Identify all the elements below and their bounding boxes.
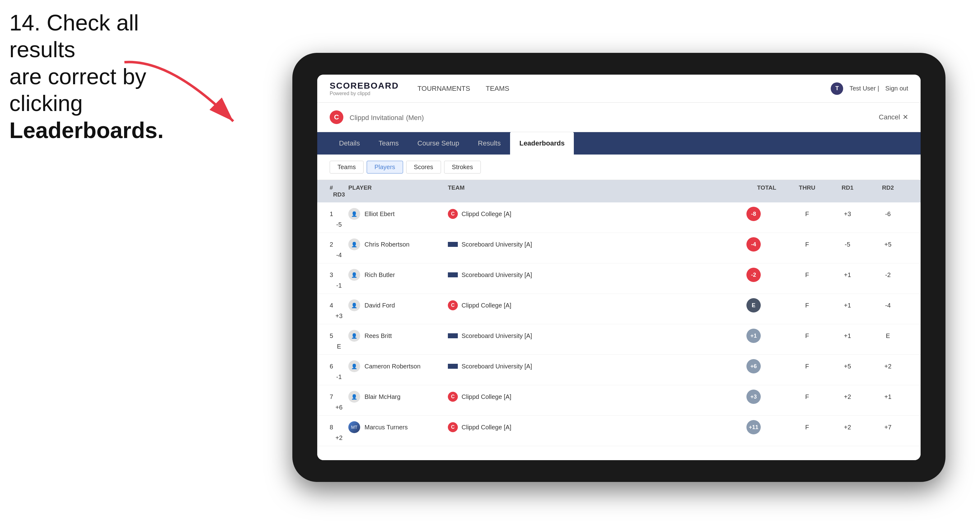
team-cell: C Clippd College [A] [448, 422, 572, 432]
rd2: -6 [868, 211, 908, 217]
rd1: +5 [827, 363, 868, 370]
table-row: 2 👤 Chris Robertson Scoreboard Universit… [317, 233, 921, 264]
nav-tournaments[interactable]: TOURNAMENTS [417, 81, 470, 96]
table-row: 6 👤 Cameron Robertson Scoreboard Univers… [317, 355, 921, 385]
col-player: PLAYER [348, 184, 448, 191]
player-name: Blair McHarg [364, 393, 401, 400]
team-icon: C [448, 209, 458, 219]
total-cell: -8 [746, 207, 787, 221]
total-cell: E [746, 298, 787, 313]
col-thru: THRU [787, 184, 827, 191]
rank: 7 [330, 393, 348, 400]
tournament-title-area: C Clippd Invitational (Men) [330, 110, 424, 124]
rd3: E [330, 343, 348, 350]
tab-results[interactable]: Results [469, 132, 510, 154]
filter-teams[interactable]: Teams [330, 161, 364, 173]
team-cell: Scoreboard University [A] [448, 241, 572, 248]
rank: 2 [330, 241, 348, 248]
rd1: +1 [827, 271, 868, 279]
col-team: TEAM [448, 184, 572, 191]
leaderboard-table: # PLAYER TEAM TOTAL THRU RD1 RD2 RD3 1 👤… [317, 180, 921, 460]
table-row: 4 👤 David Ford C Clippd College [A] E F … [317, 294, 921, 324]
player-cell: 👤 Rich Butler [348, 269, 448, 281]
team-cell: C Clippd College [A] [448, 392, 572, 402]
tablet-device: SCOREBOARD Powered by clippd TOURNAMENTS… [292, 53, 945, 482]
rank: 1 [330, 211, 348, 217]
player-cell: 👤 Blair McHarg [348, 391, 448, 403]
avatar: 👤 [348, 208, 360, 220]
tab-details[interactable]: Details [330, 132, 369, 154]
total-cell: +1 [746, 329, 787, 343]
avatar: 👤 [348, 269, 360, 281]
total-cell: -4 [746, 237, 787, 252]
thru: F [787, 363, 827, 370]
rd2: +2 [868, 363, 908, 370]
team-name: Scoreboard University [A] [461, 271, 532, 279]
logo-sub: Powered by clippd [330, 91, 399, 96]
rd3: -5 [330, 221, 348, 228]
thru: F [787, 424, 827, 431]
rd2: +7 [868, 424, 908, 431]
logo-text: SCOREBOARD [330, 81, 399, 91]
rd2: E [868, 332, 908, 340]
rd3: +6 [330, 404, 348, 411]
team-icon [448, 242, 458, 247]
rd2: +1 [868, 393, 908, 400]
player-name: Rees Britt [364, 332, 392, 340]
rd1: +2 [827, 393, 868, 400]
rd3: -4 [330, 252, 348, 259]
player-cell: MT Marcus Turners [348, 421, 448, 433]
filter-bar: Teams Players Scores Strokes [317, 154, 921, 180]
team-name: Scoreboard University [A] [461, 332, 532, 340]
team-cell: C Clippd College [A] [448, 209, 572, 219]
table-header: # PLAYER TEAM TOTAL THRU RD1 RD2 RD3 [317, 180, 921, 202]
user-avatar: T [831, 83, 843, 95]
player-cell: 👤 Chris Robertson [348, 238, 448, 250]
thru: F [787, 211, 827, 217]
team-name: Clippd College [A] [461, 302, 511, 309]
table-row: 1 👤 Elliot Ebert C Clippd College [A] -8… [317, 202, 921, 233]
signout-link[interactable]: Sign out [885, 85, 908, 92]
team-name: Scoreboard University [A] [461, 363, 532, 370]
rank: 8 [330, 424, 348, 431]
navbar: SCOREBOARD Powered by clippd TOURNAMENTS… [317, 75, 921, 103]
avatar: 👤 [348, 299, 360, 311]
avatar: 👤 [348, 238, 360, 250]
col-total: TOTAL [746, 184, 787, 191]
filter-scores[interactable]: Scores [406, 161, 441, 173]
avatar: 👤 [348, 391, 360, 403]
team-icon [448, 364, 458, 369]
table-row: 5 👤 Rees Britt Scoreboard University [A]… [317, 324, 921, 355]
col-spacer [572, 184, 746, 191]
col-rd1: RD1 [827, 184, 868, 191]
table-row: 8 MT Marcus Turners C Clippd College [A]… [317, 416, 921, 446]
rank: 5 [330, 332, 348, 340]
avatar: 👤 [348, 360, 360, 372]
score-badge: E [746, 298, 761, 313]
player-name: Marcus Turners [364, 424, 408, 431]
team-cell: Scoreboard University [A] [448, 332, 572, 340]
team-icon [448, 272, 458, 277]
tab-leaderboards[interactable]: Leaderboards [510, 132, 574, 154]
cancel-button[interactable]: Cancel ✕ [879, 113, 908, 121]
filter-strokes[interactable]: Strokes [444, 161, 481, 173]
rd3: -1 [330, 373, 348, 381]
cancel-label: Cancel [879, 113, 900, 121]
col-rank: # [330, 184, 348, 191]
sub-nav: Details Teams Course Setup Results Leade… [317, 132, 921, 154]
thru: F [787, 271, 827, 279]
tab-course-setup[interactable]: Course Setup [408, 132, 469, 154]
nav-teams[interactable]: TEAMS [486, 81, 509, 96]
tablet-screen: SCOREBOARD Powered by clippd TOURNAMENTS… [317, 75, 921, 460]
thru: F [787, 302, 827, 309]
close-icon: ✕ [902, 113, 908, 121]
logo-area: SCOREBOARD Powered by clippd [330, 81, 399, 96]
team-icon: C [448, 300, 458, 310]
filter-players[interactable]: Players [367, 161, 403, 173]
player-name: Rich Butler [364, 271, 395, 279]
tab-teams[interactable]: Teams [369, 132, 408, 154]
avatar: MT [348, 421, 360, 433]
thru: F [787, 393, 827, 400]
user-name: Test User | [850, 85, 879, 92]
player-name: David Ford [364, 302, 395, 309]
